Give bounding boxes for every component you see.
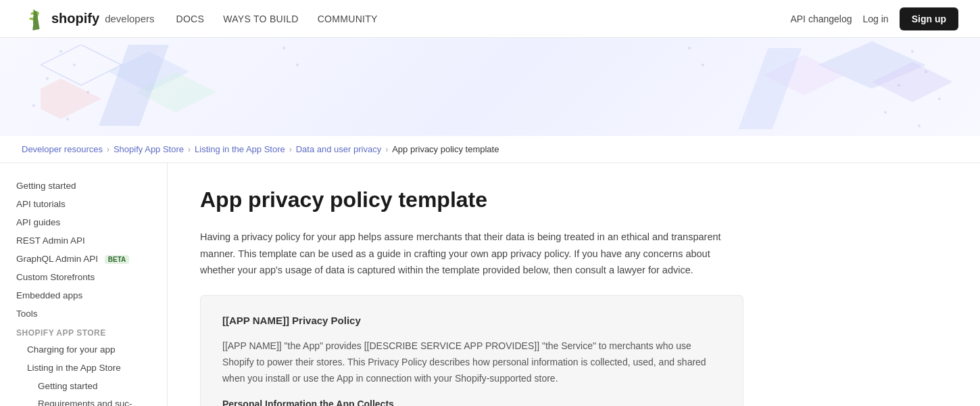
policy-body: [[APP NAME]] "the App" provides [[DESCRI…	[222, 338, 721, 386]
sidebar-section-shopify-app-store: Shopify App Store	[0, 323, 167, 340]
breadcrumb-data-privacy[interactable]: Data and user privacy	[296, 144, 381, 154]
hero-decoration-right	[737, 41, 953, 136]
logo[interactable]: shopify developers	[22, 7, 155, 31]
sidebar-item-charging[interactable]: Charging for your app	[0, 340, 167, 359]
svg-marker-0	[41, 45, 122, 85]
breadcrumb-sep-1: ›	[107, 145, 109, 154]
sidebar-item-tools[interactable]: Tools	[0, 304, 167, 323]
main-content: App privacy policy template Having a pri…	[168, 163, 776, 406]
signup-button[interactable]: Sign up	[900, 7, 958, 30]
svg-marker-2	[41, 78, 101, 119]
breadcrumb-sep-3: ›	[289, 145, 292, 154]
beta-badge: BETA	[105, 255, 129, 264]
sidebar-item-rest-admin-api[interactable]: REST Admin API	[0, 231, 167, 250]
policy-section-title: Personal Information the App Collects	[222, 399, 721, 406]
navbar-actions: API changelog Log in Sign up	[790, 7, 958, 30]
sidebar-item-custom-storefronts[interactable]: Custom Storefronts	[0, 268, 167, 286]
breadcrumb-sep-2: ›	[188, 145, 191, 154]
nav-docs[interactable]: DOCS	[176, 14, 205, 24]
sidebar-item-embedded-apps[interactable]: Embedded apps	[0, 286, 167, 304]
breadcrumb: Developer resources › Shopify App Store …	[0, 136, 980, 163]
sidebar: Getting started API tutorials API guides…	[0, 163, 168, 406]
logo-developers: developers	[105, 13, 154, 24]
content-intro: Having a privacy policy for your app hel…	[200, 229, 743, 279]
shopify-logo-icon	[22, 7, 46, 31]
policy-heading: [[APP NAME]] Privacy Policy	[222, 315, 721, 326]
policy-template-box: [[APP NAME]] Privacy Policy [[APP NAME]]…	[200, 295, 743, 406]
sidebar-item-requirements[interactable]: Requirements and suc-cess criteria	[0, 395, 167, 406]
breadcrumb-developer-resources[interactable]: Developer resources	[22, 144, 103, 154]
sidebar-item-listing-app-store[interactable]: Listing in the App Store	[0, 359, 167, 377]
hero-section: 🔍	[0, 38, 980, 136]
breadcrumb-sep-4: ›	[385, 145, 388, 154]
api-changelog-link[interactable]: API changelog	[790, 14, 852, 24]
hero-decoration-left	[41, 45, 230, 133]
sidebar-item-getting-started-sub[interactable]: Getting started	[0, 377, 167, 395]
sidebar-item-graphql-admin-api[interactable]: GraphQL Admin API BETA	[0, 250, 167, 268]
page-title: App privacy policy template	[200, 187, 743, 212]
sidebar-item-getting-started[interactable]: Getting started	[0, 177, 167, 195]
sidebar-item-api-tutorials[interactable]: API tutorials	[0, 195, 167, 213]
main-layout: Getting started API tutorials API guides…	[0, 163, 980, 406]
login-link[interactable]: Log in	[863, 14, 889, 24]
breadcrumb-current: App privacy policy template	[392, 144, 499, 154]
nav-community[interactable]: COMMUNITY	[318, 14, 378, 24]
nav-ways-to-build[interactable]: WAYS TO BUILD	[223, 14, 299, 24]
sidebar-item-api-guides[interactable]: API guides	[0, 213, 167, 231]
navbar: shopify developers DOCS WAYS TO BUILD CO…	[0, 0, 980, 38]
breadcrumb-listing-app-store[interactable]: Listing in the App Store	[195, 144, 285, 154]
breadcrumb-shopify-app-store[interactable]: Shopify App Store	[114, 144, 184, 154]
logo-shopify: shopify	[51, 11, 99, 26]
main-nav: DOCS WAYS TO BUILD COMMUNITY	[176, 14, 378, 24]
